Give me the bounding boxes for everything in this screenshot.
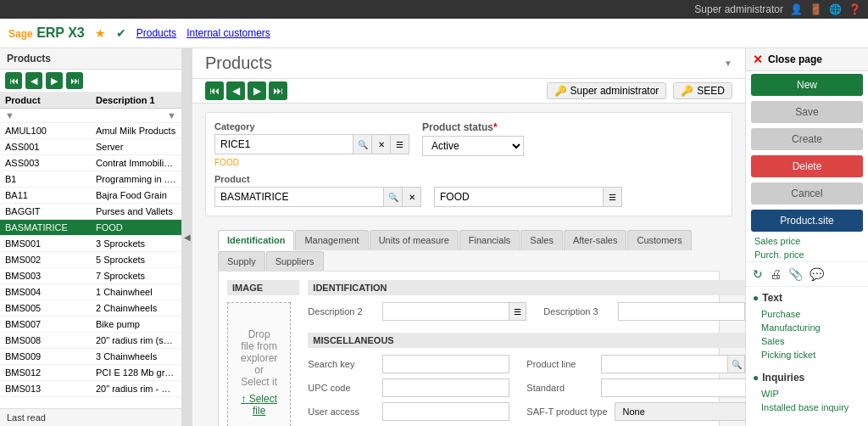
print-icon[interactable]: 🖨: [770, 267, 782, 281]
cell-desc: 7 Sprockets: [91, 268, 181, 283]
desc3-input[interactable]: [618, 302, 745, 321]
search-key-label: Search key: [308, 359, 376, 369]
product-line-input[interactable]: [601, 355, 728, 373]
table-row[interactable]: BMS0041 Chainwheel: [0, 284, 181, 300]
new-button[interactable]: New: [751, 74, 863, 96]
misc-right-col: Product line 🔍 ☰ Standard: [526, 355, 745, 426]
table-row[interactable]: ASS001Server: [0, 139, 181, 155]
cancel-button[interactable]: Cancel: [751, 182, 863, 205]
table-row[interactable]: BMS0025 Sprockets: [0, 252, 181, 268]
logout-icon[interactable]: 🚪: [810, 3, 822, 15]
product-search-btn[interactable]: 🔍: [384, 187, 403, 207]
nav-last-btn[interactable]: ⏭: [66, 72, 83, 89]
attach-icon[interactable]: 📎: [788, 267, 803, 281]
table-row[interactable]: AMUL100Amul Milk Products: [0, 123, 181, 139]
right-panel: ✕ Close page New Save Create Delete Canc…: [745, 48, 868, 426]
category-clear-btn[interactable]: ✕: [372, 134, 391, 154]
search-key-input[interactable]: [382, 355, 509, 373]
table-row[interactable]: BMS012PCI E 128 Mb graphic: [0, 365, 181, 381]
cell-product: ASS003: [0, 155, 91, 171]
installed-base-link[interactable]: Installed base inquiry: [753, 401, 861, 414]
table-row[interactable]: BMS007Bike pump: [0, 317, 181, 333]
product-code-clear-btn[interactable]: ☰: [604, 187, 622, 207]
dropdown-arrow[interactable]: ▼: [724, 59, 732, 68]
cell-desc: PCI E 128 Mb graphic: [91, 365, 181, 380]
purch-price-link[interactable]: Purch. price: [746, 248, 868, 261]
table-row[interactable]: BA11Bajra Food Grain: [0, 188, 181, 204]
wip-link[interactable]: WIP: [753, 387, 861, 401]
tab-financials[interactable]: Financials: [459, 230, 520, 250]
main-nav-next[interactable]: ▶: [248, 81, 266, 100]
nav-prev-btn[interactable]: ◀: [25, 72, 42, 89]
picking-ticket-link[interactable]: Picking ticket: [753, 348, 861, 362]
table-row[interactable]: BAGGITPurses and Vallets: [0, 204, 181, 220]
saf-t-select[interactable]: None: [615, 402, 745, 421]
filter-row: ▼ ▼: [0, 109, 181, 123]
category-input[interactable]: [214, 134, 353, 154]
table-row[interactable]: BMS0013 Sprockets: [0, 236, 181, 252]
product-line-search-btn[interactable]: 🔍: [728, 355, 745, 373]
table-row[interactable]: B1Programming in .NET: [0, 171, 181, 188]
tab-units-of-measure[interactable]: Units of measure: [370, 230, 459, 250]
session-seed-btn[interactable]: 🔑 SEED: [673, 82, 732, 99]
nav-products[interactable]: Products: [136, 27, 176, 39]
tab-customers[interactable]: Customers: [627, 230, 691, 250]
tab-identification[interactable]: Identification: [218, 230, 294, 250]
main-nav-first[interactable]: ⏮: [205, 81, 224, 100]
table-row[interactable]: BASMATIRICEFOOD: [0, 220, 181, 236]
category-list-btn[interactable]: ☰: [391, 134, 409, 154]
main-nav-prev[interactable]: ◀: [226, 81, 245, 100]
check-icon[interactable]: ✔: [116, 26, 126, 40]
tab-suppliers[interactable]: Suppliers: [266, 251, 324, 271]
comment-icon[interactable]: 💬: [810, 267, 824, 281]
category-search-btn[interactable]: 🔍: [353, 134, 372, 154]
table-row[interactable]: BMS0052 Chainwheels: [0, 300, 181, 317]
nav-first-btn[interactable]: ⏮: [5, 72, 22, 89]
cell-product: BMS003: [0, 268, 91, 283]
desc2-input[interactable]: [382, 302, 509, 321]
create-button[interactable]: Create: [751, 128, 863, 150]
cell-desc: 2 Chainwheels: [91, 300, 181, 316]
refresh-icon[interactable]: ↻: [753, 267, 763, 281]
table-row[interactable]: BMS0093 Chainwheels: [0, 349, 181, 365]
desc3-input-group: ☰: [618, 302, 745, 321]
session-user-btn[interactable]: 🔑 Super administrator: [547, 82, 667, 99]
cell-desc: Bike pump: [91, 317, 181, 332]
product-input[interactable]: [214, 187, 384, 207]
table-row[interactable]: BMS0037 Sprockets: [0, 268, 181, 284]
table-row[interactable]: BMS00820" radius rim (subco: [0, 333, 181, 349]
product-site-button[interactable]: Product.site: [751, 210, 863, 232]
delete-button[interactable]: Delete: [751, 155, 863, 177]
product-code-input[interactable]: [434, 187, 604, 207]
table-row[interactable]: BMS01320" radius rim - Road: [0, 381, 181, 397]
tab-after-sales[interactable]: After-sales: [564, 230, 627, 250]
manufacturing-link[interactable]: Manufacturing: [753, 321, 861, 334]
save-button[interactable]: Save: [751, 101, 863, 123]
tab-supply[interactable]: Supply: [218, 251, 265, 271]
standard-input[interactable]: [601, 378, 745, 397]
close-page-icon[interactable]: ✕: [753, 53, 763, 66]
desc2-col: Description 2 ☰: [308, 302, 526, 326]
tab-sales[interactable]: Sales: [520, 230, 563, 250]
favorite-icon[interactable]: ★: [95, 26, 106, 40]
nav-internal-customers[interactable]: Internal customers: [186, 27, 270, 39]
purchase-link[interactable]: Purchase: [753, 307, 861, 321]
user-access-input[interactable]: [382, 402, 509, 421]
sales-price-link[interactable]: Sales price: [746, 234, 868, 248]
select-file-link[interactable]: ↑ Select file: [241, 393, 277, 417]
user-icon[interactable]: 👤: [790, 3, 803, 15]
collapse-handle[interactable]: ◀: [182, 48, 192, 426]
product-clear-btn[interactable]: ✕: [403, 187, 421, 207]
upc-input[interactable]: [382, 378, 509, 397]
search-key-row: Search key: [308, 355, 509, 373]
main-nav-last[interactable]: ⏭: [269, 81, 287, 100]
product-status-select[interactable]: Active: [422, 136, 524, 156]
sales-link[interactable]: Sales: [753, 334, 861, 348]
help-icon[interactable]: ❓: [849, 3, 861, 15]
nav-next-btn[interactable]: ▶: [46, 72, 63, 89]
globe-icon[interactable]: 🌐: [829, 3, 842, 15]
desc2-btn[interactable]: ☰: [509, 302, 526, 321]
tab-management[interactable]: Management: [295, 230, 368, 250]
table-row[interactable]: ASS003Contrat Immobilise inc: [0, 155, 181, 171]
top-bar-icons: Super administrator 👤 🚪 🌐 ❓: [694, 3, 861, 15]
